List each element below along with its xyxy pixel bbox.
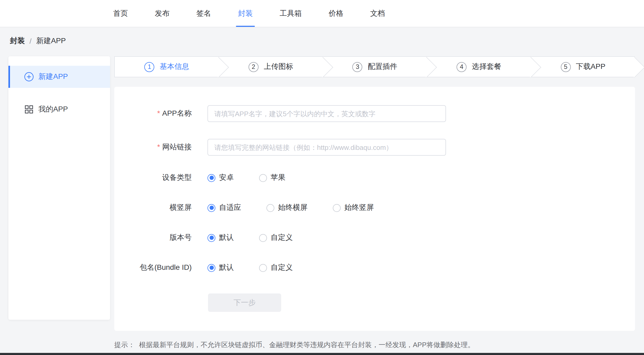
tip-label: 提示： bbox=[114, 341, 135, 349]
orientation-row: 横竖屏 自适应 始终横屏 始终竖屏 bbox=[114, 202, 635, 213]
device-type-options: 安卓 苹果 bbox=[207, 173, 311, 182]
radio-option-always-portrait[interactable]: 始终竖屏 bbox=[333, 203, 374, 212]
step-label: 基本信息 bbox=[160, 62, 189, 72]
breadcrumb-section[interactable]: 封装 bbox=[10, 36, 25, 46]
device-type-row: 设备类型 安卓 苹果 bbox=[114, 173, 635, 183]
radio-option-label: 自定义 bbox=[271, 233, 293, 242]
orientation-options: 自适应 始终横屏 始终竖屏 bbox=[207, 203, 399, 212]
nav-item-home[interactable]: 首页 bbox=[111, 0, 130, 27]
radio-option-label: 苹果 bbox=[271, 173, 285, 182]
nav-item-pricing[interactable]: 价格 bbox=[326, 0, 345, 27]
radio-option-label: 始终横屏 bbox=[278, 203, 308, 212]
version-label: 版本号 bbox=[114, 233, 192, 242]
radio-option-label: 自定义 bbox=[271, 263, 293, 272]
step-label: 选择套餐 bbox=[472, 62, 501, 72]
step-label: 上传图标 bbox=[264, 62, 293, 72]
radio-option-always-landscape[interactable]: 始终横屏 bbox=[266, 203, 308, 212]
top-nav: 首页 发布 签名 封装 工具箱 价格 文档 bbox=[0, 0, 644, 27]
step-number-badge: 1 bbox=[145, 62, 155, 72]
grid-icon bbox=[24, 105, 34, 114]
step-number-badge: 2 bbox=[249, 62, 259, 72]
radio-unchecked-icon bbox=[259, 264, 267, 272]
radio-option-label: 始终竖屏 bbox=[344, 203, 374, 212]
required-asterisk: * bbox=[157, 109, 160, 117]
radio-option-label: 默认 bbox=[219, 233, 234, 242]
step-number-badge: 4 bbox=[457, 62, 467, 72]
platform-rule-tip: 提示：根据最新平台规则，不允许区块链虚拟币、金融理财类等违规内容在平台封装，一经… bbox=[114, 340, 635, 350]
page-bottom-bar bbox=[0, 353, 644, 355]
sidebar-item-my-apps[interactable]: 我的APP bbox=[8, 98, 110, 120]
radio-unchecked-icon bbox=[266, 204, 274, 212]
breadcrumb-separator: / bbox=[29, 37, 32, 45]
nav-item-package[interactable]: 封装 bbox=[236, 0, 255, 27]
radio-option-apple[interactable]: 苹果 bbox=[259, 173, 285, 182]
site-url-label: *网站链接 bbox=[114, 143, 192, 152]
nav-item-docs[interactable]: 文档 bbox=[368, 0, 387, 27]
nav-item-toolbox[interactable]: 工具箱 bbox=[278, 0, 304, 27]
bundle-id-label: 包名(Bundle ID) bbox=[114, 263, 192, 272]
radio-option-bundle-custom[interactable]: 自定义 bbox=[259, 263, 293, 272]
step-wizard: 1 基本信息 2 上传图标 3 配置插件 bbox=[114, 56, 635, 77]
step-label: 下载APP bbox=[576, 62, 605, 72]
required-asterisk: * bbox=[157, 143, 160, 151]
next-step-button[interactable]: 下一步 bbox=[208, 293, 281, 312]
sidebar: 新建APP 我的APP bbox=[8, 56, 110, 320]
radio-unchecked-icon bbox=[259, 234, 267, 242]
bundle-id-options: 默认 自定义 bbox=[207, 263, 318, 272]
app-name-input[interactable] bbox=[207, 105, 446, 122]
step-number-badge: 5 bbox=[561, 62, 571, 72]
tip-text: 根据最新平台规则，不允许区块链虚拟币、金融理财类等违规内容在平台封装，一经发现，… bbox=[139, 341, 474, 349]
radio-option-android[interactable]: 安卓 bbox=[207, 173, 234, 182]
basic-info-form: *APP名称 *网站链接 设备类型 安卓 bbox=[114, 87, 635, 331]
radio-checked-icon bbox=[207, 234, 215, 242]
step-select-plan[interactable]: 4 选择套餐 bbox=[427, 57, 531, 77]
radio-checked-icon bbox=[207, 264, 215, 272]
radio-unchecked-icon bbox=[333, 204, 341, 212]
site-url-input[interactable] bbox=[207, 139, 446, 156]
nav-item-publish[interactable]: 发布 bbox=[153, 0, 172, 27]
breadcrumb-current-page: 新建APP bbox=[36, 36, 66, 46]
radio-option-version-custom[interactable]: 自定义 bbox=[259, 233, 293, 242]
app-name-label: *APP名称 bbox=[114, 109, 192, 118]
sidebar-item-new-app[interactable]: 新建APP bbox=[8, 66, 110, 88]
step-configure-plugins[interactable]: 3 配置插件 bbox=[323, 57, 427, 77]
orientation-label: 横竖屏 bbox=[114, 203, 192, 212]
radio-option-bundle-default[interactable]: 默认 bbox=[207, 263, 234, 272]
version-options: 默认 自定义 bbox=[207, 233, 318, 242]
step-label: 配置插件 bbox=[368, 62, 397, 72]
form-actions: 下一步 bbox=[114, 293, 635, 312]
radio-checked-icon bbox=[207, 174, 215, 182]
radio-unchecked-icon bbox=[259, 174, 267, 182]
radio-checked-icon bbox=[207, 204, 215, 212]
sidebar-item-label: 我的APP bbox=[38, 105, 68, 114]
sidebar-item-label: 新建APP bbox=[38, 72, 68, 82]
radio-option-adaptive[interactable]: 自适应 bbox=[207, 203, 241, 212]
main-layout: 新建APP 我的APP 1 bbox=[0, 56, 644, 350]
nav-item-sign[interactable]: 签名 bbox=[194, 0, 213, 27]
step-basic-info[interactable]: 1 基本信息 bbox=[115, 57, 219, 77]
breadcrumb: 封装 / 新建APP bbox=[0, 27, 644, 46]
step-number-badge: 3 bbox=[353, 62, 363, 72]
radio-option-label: 默认 bbox=[219, 263, 234, 272]
radio-option-label: 自适应 bbox=[219, 203, 241, 212]
plus-circle-icon bbox=[24, 72, 34, 82]
page: 首页 发布 签名 封装 工具箱 价格 文档 封装 / 新建APP 新建APP bbox=[0, 0, 644, 355]
bundle-id-row: 包名(Bundle ID) 默认 自定义 bbox=[114, 262, 635, 273]
version-row: 版本号 默认 自定义 bbox=[114, 232, 635, 243]
content-area: 1 基本信息 2 上传图标 3 配置插件 bbox=[114, 56, 635, 350]
step-upload-icon[interactable]: 2 上传图标 bbox=[219, 57, 323, 77]
radio-option-version-default[interactable]: 默认 bbox=[207, 233, 234, 242]
radio-option-label: 安卓 bbox=[219, 173, 234, 182]
app-name-row: *APP名称 bbox=[114, 105, 635, 122]
device-type-label: 设备类型 bbox=[114, 173, 192, 182]
site-url-row: *网站链接 bbox=[114, 139, 635, 156]
step-download-app[interactable]: 5 下载APP bbox=[531, 57, 635, 77]
